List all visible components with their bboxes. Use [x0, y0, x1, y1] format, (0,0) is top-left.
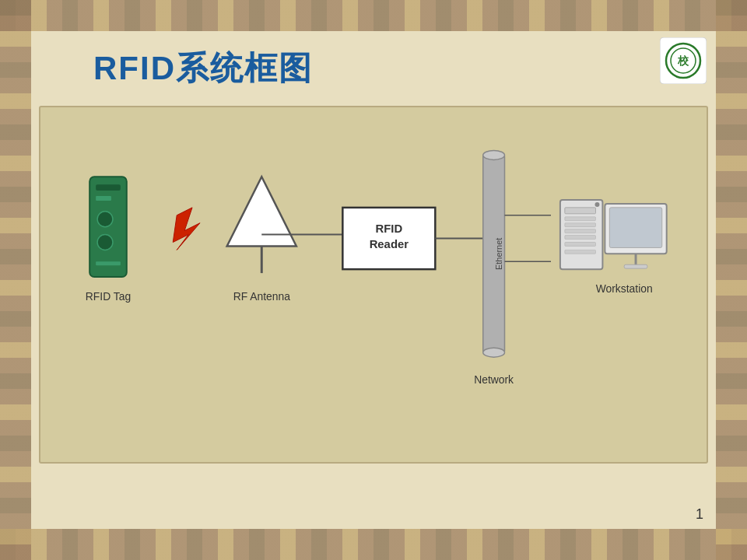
svg-text:RF Antenna: RF Antenna: [233, 290, 290, 303]
svg-rect-29: [565, 217, 596, 221]
svg-text:Reader: Reader: [370, 238, 409, 250]
svg-point-22: [483, 348, 505, 357]
diagram-svg: RFID Tag RF Antenna RFID Reader: [40, 107, 707, 462]
svg-rect-6: [96, 184, 121, 191]
svg-text:RFID: RFID: [375, 222, 402, 235]
border-left: [0, 0, 31, 560]
main-content: 校 RFID系统框图 RFID Tag: [31, 31, 716, 529]
svg-rect-31: [565, 229, 596, 233]
svg-point-21: [483, 151, 505, 160]
page-title: RFID系统框图: [93, 47, 313, 90]
svg-rect-39: [624, 264, 647, 268]
svg-point-8: [97, 212, 113, 227]
svg-text:Workstation: Workstation: [596, 282, 653, 295]
svg-point-9: [97, 235, 113, 250]
svg-rect-33: [565, 242, 596, 246]
svg-rect-32: [565, 236, 596, 240]
svg-rect-28: [565, 208, 596, 214]
svg-rect-34: [565, 250, 596, 254]
page-number: 1: [696, 506, 703, 523]
rfid-tag-label: RFID Tag: [86, 290, 131, 303]
svg-rect-30: [565, 223, 596, 227]
svg-rect-10: [96, 261, 121, 265]
svg-text:校: 校: [677, 54, 689, 67]
svg-text:Ethernet: Ethernet: [494, 238, 503, 270]
border-right: [716, 0, 747, 560]
svg-rect-7: [96, 196, 111, 201]
diagram-container: RFID Tag RF Antenna RFID Reader: [39, 106, 708, 464]
svg-text:Network: Network: [474, 373, 514, 386]
svg-point-35: [595, 202, 600, 207]
border-top: [0, 0, 747, 31]
border-bottom: [0, 529, 747, 560]
logo: 校: [660, 37, 707, 84]
svg-rect-37: [609, 208, 661, 248]
